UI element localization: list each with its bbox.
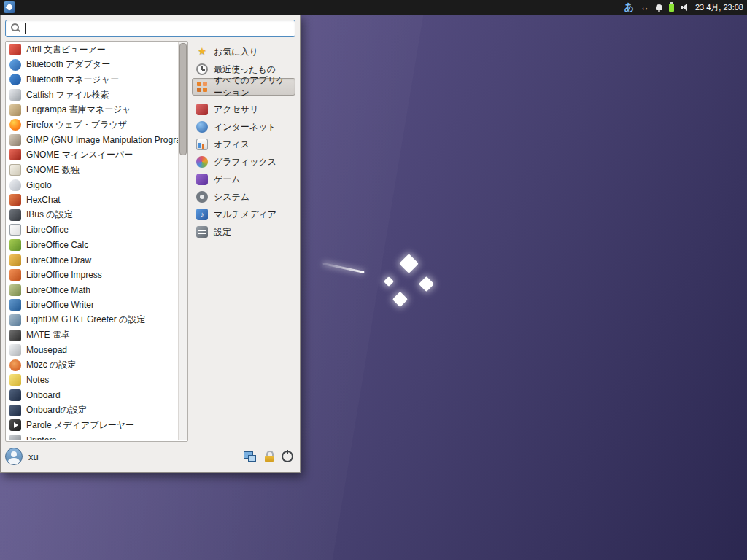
category-item-all-apps[interactable]: すべてのアプリケーション <box>192 78 295 96</box>
onboard-icon <box>9 389 21 401</box>
app-list-scrollbar[interactable] <box>178 42 187 440</box>
app-label: GNOME 数独 <box>26 164 80 176</box>
logout-button[interactable] <box>282 451 293 462</box>
favorites-icon <box>196 46 208 58</box>
category-label: インターネット <box>214 121 276 133</box>
top-panel: あ ↔ 23 4月, 23:08 <box>0 0 747 15</box>
app-list-item[interactable]: MATE 電卓 <box>7 327 179 343</box>
volume-icon[interactable] <box>681 3 689 12</box>
app-label: LibreOffice Math <box>26 285 90 295</box>
libreoffice-calc-icon <box>9 239 21 251</box>
all-apps-icon <box>196 81 208 93</box>
app-label: Bluetooth アダプター <box>26 58 110 71</box>
app-label: Catfish ファイル検索 <box>26 89 109 101</box>
menu-footer: xu <box>5 442 295 468</box>
libreoffice-math-icon <box>9 284 21 296</box>
app-label: LibreOffice Draw <box>26 255 91 265</box>
category-item-settings[interactable]: 設定 <box>192 223 295 241</box>
category-label: オフィス <box>214 139 249 151</box>
notifications-icon[interactable] <box>656 4 662 10</box>
mate-calc-icon <box>9 330 21 341</box>
printers-icon <box>9 435 21 440</box>
app-label: Mozc の設定 <box>26 359 76 371</box>
parole-icon <box>9 419 21 431</box>
app-list-item[interactable]: Firefox ウェブ・ブラウザ <box>7 117 179 133</box>
accessories-icon <box>196 104 208 115</box>
app-list-item[interactable]: LibreOffice <box>7 222 179 238</box>
bluetooth-manager-icon <box>9 74 21 85</box>
category-item-office[interactable]: オフィス <box>192 136 295 153</box>
lock-screen-button[interactable] <box>264 451 274 463</box>
atril-icon <box>9 44 21 55</box>
category-label: お気に入り <box>214 46 258 58</box>
category-label: ゲーム <box>214 174 241 186</box>
xubuntu-logo-diamond <box>399 254 419 273</box>
search-row <box>5 20 295 37</box>
app-list-item[interactable]: Mousepad <box>7 343 179 358</box>
app-list-item[interactable]: IBus の設定 <box>7 208 179 223</box>
app-list-item[interactable]: HexChat <box>7 192 179 208</box>
app-list-item[interactable]: Mozc の設定 <box>7 357 179 373</box>
desktop: あ ↔ 23 4月, 23:08 Atril 文書ビューアー Bluetooth… <box>0 0 747 560</box>
category-item-games[interactable]: ゲーム <box>192 171 295 188</box>
status-tray: あ ↔ 23 4月, 23:08 <box>624 0 743 15</box>
app-label: Onboardの設定 <box>26 404 87 416</box>
search-input[interactable] <box>5 20 295 37</box>
category-item-multimedia[interactable]: マルチメディア <box>192 206 295 223</box>
bluetooth-adapter-icon <box>9 59 21 71</box>
app-list-item[interactable]: Onboardの設定 <box>7 402 179 418</box>
category-item-graphics[interactable]: グラフィックス <box>192 153 295 171</box>
libreoffice-writer-icon <box>9 299 21 311</box>
app-list-item[interactable]: Bluetooth アダプター <box>7 58 179 73</box>
app-list-item[interactable]: LibreOffice Calc <box>7 238 179 253</box>
app-list-item[interactable]: Printers <box>7 432 179 440</box>
app-list-item[interactable]: LibreOffice Draw <box>7 252 179 268</box>
app-label: Printers <box>26 435 56 440</box>
input-method-indicator[interactable]: あ <box>624 0 634 15</box>
app-label: LibreOffice <box>26 225 69 235</box>
xubuntu-logo-diamond <box>384 276 394 287</box>
xubuntu-logo-diamond <box>392 292 408 307</box>
app-list-item[interactable]: LightDM GTK+ Greeter の設定 <box>7 313 179 328</box>
ibus-icon <box>9 209 21 221</box>
gigolo-icon <box>9 179 21 191</box>
firefox-icon <box>9 119 21 131</box>
app-list-item[interactable]: Catfish ファイル検索 <box>7 88 179 103</box>
category-item-accessories[interactable]: アクセサリ <box>192 101 295 118</box>
category-label: グラフィックス <box>214 156 276 168</box>
app-label: Bluetooth マネージャー <box>26 74 119 86</box>
user-button[interactable]: xu <box>5 448 39 465</box>
app-list-item[interactable]: Notes <box>7 373 179 388</box>
app-list-item[interactable]: GIMP (GNU Image Manipulation Program) <box>7 133 179 148</box>
app-list-item[interactable]: LibreOffice Math <box>7 283 179 298</box>
hexchat-icon <box>9 194 21 206</box>
category-label: システム <box>214 191 249 203</box>
network-icon[interactable]: ↔ <box>640 0 649 15</box>
category-item-internet[interactable]: インターネット <box>192 118 295 136</box>
battery-icon[interactable] <box>669 4 674 12</box>
app-list-item[interactable]: LibreOffice Impress <box>7 268 179 283</box>
app-list-item[interactable]: Engrampa 書庫マネージャ <box>7 102 179 117</box>
app-list-item[interactable]: Onboard <box>7 388 179 403</box>
app-list-item[interactable]: LibreOffice Writer <box>7 298 179 313</box>
app-label: MATE 電卓 <box>26 329 70 341</box>
category-item-favorites[interactable]: お気に入り <box>192 43 295 61</box>
whisker-menu-button[interactable] <box>4 1 15 13</box>
app-label: IBus の設定 <box>26 209 73 221</box>
app-label: HexChat <box>26 195 61 205</box>
category-item-system[interactable]: システム <box>192 188 295 206</box>
app-list-item[interactable]: Atril 文書ビューアー <box>7 42 179 58</box>
mozc-icon <box>9 359 21 371</box>
application-list-panel: Atril 文書ビューアー Bluetooth アダプター Bluetooth … <box>5 41 188 442</box>
app-list-item[interactable]: Gigolo <box>7 177 179 192</box>
clock[interactable]: 23 4月, 23:08 <box>695 2 743 13</box>
games-icon <box>196 174 208 185</box>
internet-icon <box>196 121 208 133</box>
app-list-item[interactable]: GNOME 数独 <box>7 163 179 178</box>
app-list-item[interactable]: GNOME マインスイーパー <box>7 147 179 163</box>
xubuntu-logo-diamond <box>419 276 434 292</box>
scrollbar-thumb[interactable] <box>179 43 187 155</box>
app-list-item[interactable]: Parole メディアプレーヤー <box>7 418 179 433</box>
all-settings-button[interactable] <box>244 451 257 462</box>
app-list-item[interactable]: Bluetooth マネージャー <box>7 72 179 88</box>
